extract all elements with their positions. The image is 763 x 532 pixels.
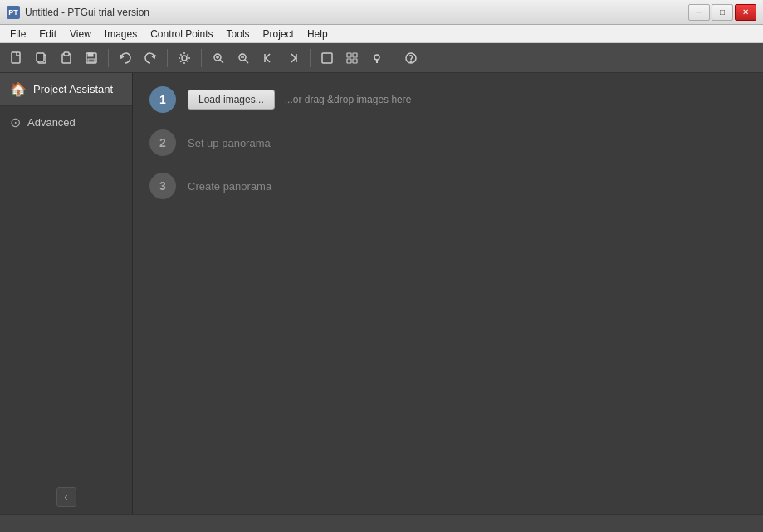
svg-rect-2 [37, 53, 44, 61]
drag-drop-text: ...or drag &drop images here [285, 94, 412, 105]
toolbar [0, 43, 763, 73]
grid-view-button[interactable] [340, 47, 364, 69]
step-3-label: Create panorama [188, 180, 271, 193]
close-button[interactable]: ✕ [735, 4, 756, 21]
window-title: Untitled - PTGui trial version [25, 7, 688, 18]
toolbar-sep-4 [310, 49, 311, 67]
title-bar: PT Untitled - PTGui trial version ─ □ ✕ [0, 0, 763, 25]
app-icon: PT [7, 6, 20, 19]
step-1-row: 1 Load images... ...or drag &drop images… [149, 86, 746, 113]
svg-rect-6 [88, 53, 93, 56]
svg-rect-21 [347, 59, 351, 63]
status-bar [0, 514, 763, 532]
maximize-button[interactable]: □ [712, 4, 733, 21]
menu-help[interactable]: Help [301, 27, 335, 41]
menu-control-points[interactable]: Control Points [144, 27, 219, 41]
svg-rect-18 [322, 53, 332, 63]
menu-edit[interactable]: Edit [32, 27, 63, 41]
svg-line-10 [220, 60, 223, 63]
drag-drop-prefix: ...or drag &drop images here [285, 94, 412, 105]
svg-rect-4 [64, 52, 69, 56]
step-2-label: Set up panorama [188, 137, 271, 149]
svg-point-23 [374, 55, 379, 60]
toolbar-sep-5 [394, 49, 394, 67]
svg-rect-20 [353, 53, 357, 57]
map-view-button[interactable] [365, 47, 389, 69]
sidebar-item-advanced[interactable]: ⊙ Advanced [0, 106, 132, 139]
settings-button[interactable] [173, 47, 196, 69]
sidebar-item-label-advanced: Advanced [27, 116, 76, 129]
help-button[interactable] [399, 47, 423, 69]
new-button[interactable] [5, 47, 28, 69]
step-3-circle: 3 [149, 173, 176, 199]
menu-file[interactable]: File [3, 27, 32, 41]
home-icon: 🏠 [10, 81, 27, 97]
toolbar-sep-1 [108, 49, 109, 67]
zoom-out-button[interactable] [232, 47, 255, 69]
svg-point-8 [182, 56, 187, 61]
single-view-button[interactable] [315, 47, 339, 69]
sidebar-item-project-assistant[interactable]: 🏠 Project Assistant [0, 73, 132, 106]
step-2-circle: 2 [149, 129, 176, 156]
svg-rect-0 [12, 52, 20, 63]
advanced-icon: ⊙ [10, 115, 21, 130]
sidebar-collapse-button[interactable]: ‹ [56, 487, 76, 507]
svg-line-14 [245, 60, 248, 63]
menu-project[interactable]: Project [257, 27, 301, 41]
main-layout: 🏠 Project Assistant ⊙ Advanced ‹ 1 Load … [0, 73, 763, 514]
sidebar-spacer [0, 139, 132, 481]
copy-button[interactable] [30, 47, 53, 69]
menu-tools[interactable]: Tools [220, 27, 257, 41]
sidebar: 🏠 Project Assistant ⊙ Advanced ‹ [0, 73, 133, 514]
next-button[interactable] [281, 47, 305, 69]
save-button[interactable] [80, 47, 103, 69]
step-1-content: Load images... ...or drag &drop images h… [188, 90, 411, 110]
svg-rect-19 [347, 53, 351, 57]
menu-bar: File Edit View Images Control Points Too… [0, 25, 763, 43]
menu-view[interactable]: View [63, 27, 98, 41]
svg-point-25 [410, 61, 412, 62]
load-images-button[interactable]: Load images... [188, 90, 275, 110]
svg-rect-7 [88, 59, 95, 62]
toolbar-sep-3 [201, 49, 202, 67]
paste-button[interactable] [55, 47, 78, 69]
toolbar-sep-2 [167, 49, 168, 67]
step-1-circle: 1 [149, 86, 176, 113]
step-3-row: 3 Create panorama [149, 173, 746, 199]
minimize-button[interactable]: ─ [688, 4, 710, 21]
window-controls: ─ □ ✕ [688, 4, 756, 21]
steps-container: 1 Load images... ...or drag &drop images… [133, 73, 763, 229]
undo-button[interactable] [114, 47, 137, 69]
zoom-in-button[interactable] [207, 47, 230, 69]
step-2-row: 2 Set up panorama [149, 129, 746, 156]
menu-images[interactable]: Images [98, 27, 144, 41]
svg-rect-22 [353, 59, 357, 63]
sidebar-item-label-project-assistant: Project Assistant [33, 83, 113, 95]
redo-button[interactable] [139, 47, 162, 69]
content-area: 1 Load images... ...or drag &drop images… [133, 73, 763, 514]
prev-button[interactable] [257, 47, 280, 69]
